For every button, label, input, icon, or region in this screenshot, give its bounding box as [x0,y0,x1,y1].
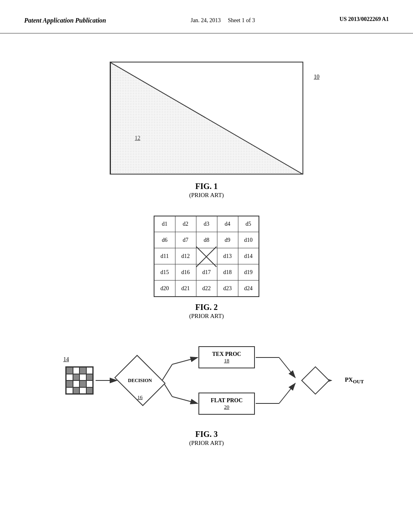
cell-d4: d4 [217,216,238,232]
pixel-cell [66,374,73,381]
label-12: 12 [135,135,140,141]
fig1-section: 12 10 FIG. 1 (PRIOR ART) [110,62,303,200]
table-row: d6 d7 d8 d9 d10 [154,232,259,248]
cell-d10: d10 [238,232,259,248]
cell-d8: d8 [196,232,217,248]
fig3-title: FIG. 3 [189,429,224,439]
pixel-cell [79,374,86,381]
cell-d20: d20 [154,281,175,297]
publication-title: Patent Application Publication [24,16,106,25]
cell-d3: d3 [196,216,217,232]
page-header: Patent Application Publication Jan. 24, … [0,0,413,33]
svg-marker-3 [111,62,303,175]
pixel-cell [66,367,73,374]
cell-d19: d19 [238,264,259,281]
cell-d13: d13 [217,248,238,264]
header-date-sheet: Jan. 24, 2013 Sheet 1 of 3 [191,16,255,25]
label-20: 20 [224,404,229,410]
pixel-cell [86,374,93,381]
pixel-cell [79,380,86,387]
tex-proc-box: TEX PROC 18 [198,346,255,368]
output-diamond-container [303,368,327,393]
label-16: 16 [138,394,143,401]
cell-d9: d9 [217,232,238,248]
pixel-cell [66,387,73,394]
pixel-cell [86,367,93,374]
table-row: d20 d21 d22 d23 d24 [154,281,259,297]
cell-d21: d21 [175,281,196,297]
cell-d24: d24 [238,281,259,297]
svg-line-11 [279,357,295,378]
sheet-info: Sheet 1 of 3 [228,17,255,23]
cell-d23: d23 [217,281,238,297]
px-out-label: PXOUT [345,376,364,385]
fig3-section: 14 [24,340,389,447]
cell-d15: d15 [154,264,175,281]
table-row: d1 d2 d3 d4 d5 [154,216,259,232]
table-row: d11 d12 d13 d14 [154,248,259,264]
fig2-grid: d1 d2 d3 d4 d5 d6 d7 d8 d9 d10 d11 d12 [154,216,259,297]
fig1-diagram: 12 [110,62,303,175]
decision-label: DECISION [128,378,152,384]
cell-d18: d18 [217,264,238,281]
pixel-cell [66,380,73,387]
fig1-caption: FIG. 1 (PRIOR ART) [110,181,303,200]
pixel-cell [73,367,80,374]
label-10: 10 [314,74,319,80]
fig1-title: FIG. 1 [110,181,303,191]
pixel-cell [86,380,93,387]
fig2-section: d1 d2 d3 d4 d5 d6 d7 d8 d9 d10 d11 d12 [154,216,259,320]
cell-d22: d22 [196,281,217,297]
decision-diamond-container: DECISION 16 [118,362,162,399]
fig1-subtitle: (PRIOR ART) [110,191,303,200]
main-content: 12 10 FIG. 1 (PRIOR ART) d1 d2 d3 d4 d5 … [0,33,413,463]
pixel-cell [73,387,80,394]
svg-line-9 [172,397,198,403]
pixel-cell [79,387,86,394]
fig1-svg [111,62,303,175]
label-14: 14 [63,356,69,363]
fig2-subtitle: (PRIOR ART) [189,312,224,320]
pixel-grid [65,366,94,395]
cell-d2: d2 [175,216,196,232]
cell-d5: d5 [238,216,259,232]
pub-date: Jan. 24, 2013 [191,17,221,23]
flat-proc-box: FLAT PROC 20 [198,393,255,415]
cell-d7: d7 [175,232,196,248]
cell-d1: d1 [154,216,175,232]
pixel-cell [86,387,93,394]
cell-d16: d16 [175,264,196,281]
pixel-cell [73,374,80,381]
patent-number: US 2013/0022269 A1 [340,16,389,23]
fig3-diagram: 14 [65,340,348,421]
pixel-cell [73,380,80,387]
cell-d6: d6 [154,232,175,248]
output-diamond [301,366,330,395]
fig3-subtitle: (PRIOR ART) [189,439,224,447]
table-row: d15 d16 d17 d18 d19 [154,264,259,281]
cell-d14: d14 [238,248,259,264]
fig2-title: FIG. 2 [189,302,224,312]
cell-d12: d12 [175,248,196,264]
svg-line-7 [172,357,198,364]
label-18: 18 [224,357,229,364]
flat-proc-label: FLAT PROC [211,397,242,404]
svg-line-6 [162,364,172,380]
cell-x-mark [196,248,217,264]
svg-line-13 [279,383,295,403]
pixel-cell [79,367,86,374]
tex-proc-label: TEX PROC [212,351,241,357]
cell-d11: d11 [154,248,175,264]
fig3-caption: FIG. 3 (PRIOR ART) [189,429,224,447]
fig2-caption: FIG. 2 (PRIOR ART) [189,302,224,320]
cell-d17: d17 [196,264,217,281]
